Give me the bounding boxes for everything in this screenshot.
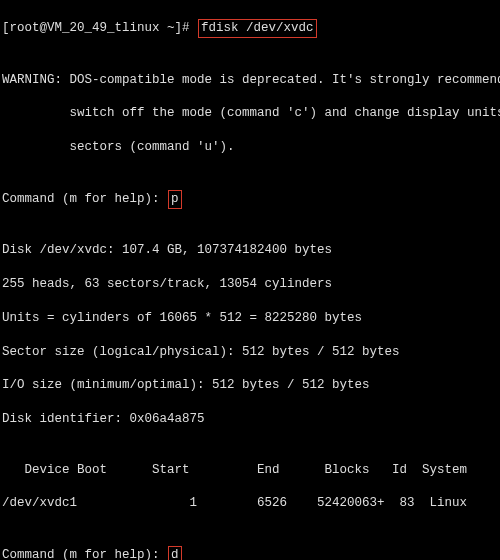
disk-info: Disk /dev/xvdc: 107.4 GB, 107374182400 b… xyxy=(2,242,498,259)
cmd-help-prompt: Command (m for help): xyxy=(2,548,167,560)
warning-line: switch off the mode (command 'c') and ch… xyxy=(2,105,498,122)
units-info: Units = cylinders of 16065 * 512 = 82252… xyxy=(2,310,498,327)
prompt-line: [root@VM_20_49_tlinux ~]# fdisk /dev/xvd… xyxy=(2,19,498,38)
cmd-p: p xyxy=(168,190,182,209)
command-line: Command (m for help): d xyxy=(2,546,498,560)
warning-line: sectors (command 'u'). xyxy=(2,139,498,156)
sector-info: Sector size (logical/physical): 512 byte… xyxy=(2,344,498,361)
warning-line: WARNING: DOS-compatible mode is deprecat… xyxy=(2,72,498,89)
io-info: I/O size (minimum/optimal): 512 bytes / … xyxy=(2,377,498,394)
partition-table-header: Device Boot Start End Blocks Id System xyxy=(2,462,498,479)
command-line: Command (m for help): p xyxy=(2,190,498,209)
cmd-fdisk: fdisk /dev/xvdc xyxy=(198,19,317,38)
cmd-help-prompt: Command (m for help): xyxy=(2,192,167,206)
diskid-info: Disk identifier: 0x06a4a875 xyxy=(2,411,498,428)
partition-table-row: /dev/xvdc1 1 6526 52420063+ 83 Linux xyxy=(2,495,498,512)
cmd-d: d xyxy=(168,546,182,560)
terminal[interactable]: [root@VM_20_49_tlinux ~]# fdisk /dev/xvd… xyxy=(0,0,500,560)
geom-info: 255 heads, 63 sectors/track, 13054 cylin… xyxy=(2,276,498,293)
shell-prompt: [root@VM_20_49_tlinux ~]# xyxy=(2,21,197,35)
